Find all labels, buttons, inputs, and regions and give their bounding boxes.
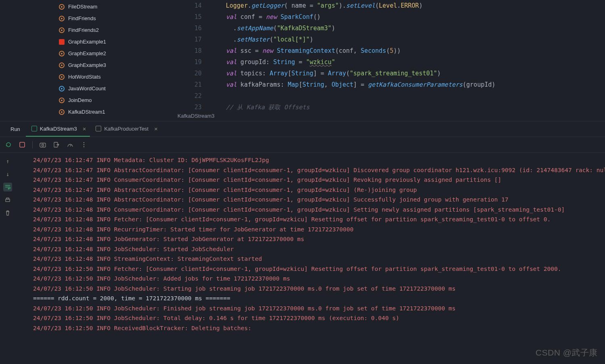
run-tab-label: KafkaProducerTest bbox=[104, 126, 148, 132]
code-line[interactable]: .setMaster("local[*]") bbox=[210, 34, 605, 45]
stop-button[interactable] bbox=[19, 141, 26, 148]
svg-rect-7 bbox=[6, 199, 10, 202]
tree-item-label: HotWordStats bbox=[68, 74, 101, 80]
more-icon[interactable] bbox=[80, 141, 88, 148]
trash-icon[interactable] bbox=[3, 208, 12, 217]
run-tool-window: Run KafkaDStream3×KafkaProducerTest× ↑ ↓… bbox=[0, 121, 605, 354]
line-number: 14 bbox=[169, 0, 202, 11]
console-body: ↑ ↓ 24/07/23 16:12:47 INFO Metadata: Clu… bbox=[0, 153, 605, 354]
tree-item-label: FindFriends bbox=[68, 15, 96, 21]
code-editor[interactable]: 14151617181920212223 Logger.getLogger( n… bbox=[169, 0, 605, 121]
object-icon bbox=[58, 121, 65, 121]
line-number: 15 bbox=[169, 11, 202, 23]
tree-item-graphexample1[interactable]: GraphExample1 bbox=[16, 36, 169, 48]
log-line[interactable]: 24/07/23 16:12:47 INFO Metadata: Cluster… bbox=[17, 155, 603, 165]
log-line[interactable]: ====== rdd.count = 2000, time = 17217223… bbox=[17, 293, 603, 304]
object-icon bbox=[58, 109, 65, 115]
svg-rect-8 bbox=[6, 198, 9, 199]
code-line[interactable]: val ssc = new StreamingContext(conf, Sec… bbox=[210, 45, 605, 56]
exit-icon[interactable] bbox=[53, 141, 60, 148]
scala-icon bbox=[58, 39, 65, 45]
log-line[interactable]: 24/07/23 16:12:48 INFO StreamingContext:… bbox=[17, 254, 603, 264]
up-arrow-icon[interactable]: ↑ bbox=[3, 157, 12, 166]
code-line[interactable]: val kafkaParams: Map[String, Object] = g… bbox=[210, 79, 605, 90]
class-icon bbox=[58, 85, 65, 92]
log-line[interactable]: 24/07/23 16:12:47 INFO AbstractCoordinat… bbox=[17, 165, 603, 175]
tree-item-label: JavaWordCount bbox=[68, 85, 106, 92]
gauge-icon[interactable] bbox=[67, 141, 74, 148]
tree-item-findfriends2[interactable]: FindFriends2 bbox=[16, 24, 169, 36]
soft-wrap-icon[interactable] bbox=[3, 183, 12, 191]
tree-item-kafkadstream1[interactable]: KafkaDStream1 bbox=[16, 106, 169, 118]
tree-item-findfriends[interactable]: FindFriends bbox=[16, 12, 169, 24]
code-line[interactable]: val conf = new SparkConf() bbox=[210, 11, 605, 23]
line-number: 22 bbox=[169, 90, 202, 102]
code-line[interactable]: val topics: Array[String] = Array("spark… bbox=[210, 68, 605, 79]
log-line[interactable]: 24/07/23 16:12:48 INFO ConsumerCoordinat… bbox=[17, 205, 603, 215]
down-arrow-icon[interactable]: ↓ bbox=[3, 170, 12, 179]
run-tab-label: KafkaDStream3 bbox=[40, 126, 77, 132]
object-icon bbox=[58, 50, 65, 57]
run-title: Run bbox=[5, 126, 26, 132]
tree-item-label: GraphExample3 bbox=[68, 62, 106, 68]
tree-item-label: KafkaDStream1 bbox=[68, 109, 105, 115]
tree-item-filedstream[interactable]: FileDStream bbox=[16, 1, 169, 12]
code-line[interactable]: val groupId: String = "wzkicu" bbox=[210, 56, 605, 68]
run-tab-kafkaproducertest[interactable]: KafkaProducerTest× bbox=[90, 122, 162, 137]
svg-point-2 bbox=[42, 144, 44, 146]
log-line[interactable]: 24/07/23 16:12:50 INFO JobScheduler: Tot… bbox=[17, 313, 603, 323]
log-line[interactable]: 24/07/23 16:12:47 INFO ConsumerCoordinat… bbox=[17, 175, 603, 185]
line-number: 21 bbox=[169, 79, 202, 90]
line-number: 19 bbox=[169, 56, 202, 68]
tree-item-hotwordstats[interactable]: HotWordStats bbox=[16, 71, 169, 83]
tree-item-javawordcount[interactable]: JavaWordCount bbox=[16, 83, 169, 94]
object-icon bbox=[58, 97, 65, 104]
tree-item-joindemo[interactable]: JoinDemo bbox=[16, 94, 169, 106]
log-line[interactable]: 24/07/23 16:12:48 INFO JobGenerator: Sta… bbox=[17, 234, 603, 244]
console-output[interactable]: 24/07/23 16:12:47 INFO Metadata: Cluster… bbox=[15, 153, 605, 354]
code-content[interactable]: Logger.getLogger( name = "args").setLeve… bbox=[210, 0, 605, 121]
tree-item-kafkadstream2[interactable]: KafkaDStream2 bbox=[16, 118, 169, 121]
run-config-icon bbox=[96, 126, 101, 131]
log-line[interactable]: 24/07/23 16:12:50 INFO JobScheduler: Sta… bbox=[17, 284, 603, 294]
log-line[interactable]: 24/07/23 16:12:47 INFO AbstractCoordinat… bbox=[17, 185, 603, 195]
code-line[interactable] bbox=[210, 90, 605, 102]
print-icon[interactable] bbox=[3, 196, 12, 204]
tree-item-graphexample2[interactable]: GraphExample2 bbox=[16, 48, 169, 59]
code-line[interactable]: Logger.getLogger( name = "args").setLeve… bbox=[210, 0, 605, 11]
svg-rect-0 bbox=[20, 142, 25, 147]
log-line[interactable]: 24/07/23 16:12:50 INFO JobScheduler: Fin… bbox=[17, 304, 603, 314]
run-tab-kafkadstream3[interactable]: KafkaDStream3× bbox=[26, 122, 90, 137]
log-line[interactable]: 24/07/23 16:12:50 INFO Fetcher: [Consume… bbox=[17, 264, 603, 274]
log-line[interactable]: 24/07/23 16:12:50 INFO ReceivedBlockTrac… bbox=[17, 323, 603, 333]
close-icon[interactable]: × bbox=[152, 125, 160, 132]
object-icon bbox=[58, 15, 65, 22]
watermark: CSDN @武子康 bbox=[536, 347, 598, 358]
run-config-icon bbox=[31, 126, 37, 131]
tree-item-label: GraphExample2 bbox=[68, 50, 106, 56]
log-line[interactable]: 24/07/23 16:12:48 INFO AbstractCoordinat… bbox=[17, 195, 603, 205]
log-line[interactable]: 24/07/23 16:12:50 INFO JobScheduler: Add… bbox=[17, 274, 603, 284]
close-icon[interactable]: × bbox=[80, 125, 89, 132]
code-line[interactable]: .setAppName("KafkaDStream3") bbox=[210, 23, 605, 34]
breadcrumb[interactable]: KafkaDStream3 bbox=[177, 113, 215, 119]
editor-pane: FileDStreamFindFriendsFindFriends2GraphE… bbox=[0, 0, 605, 121]
tree-item-label: GraphExample1 bbox=[68, 39, 106, 45]
line-number: 18 bbox=[169, 45, 202, 56]
run-toolbar bbox=[0, 137, 605, 153]
object-icon bbox=[58, 62, 65, 69]
line-gutter: 14151617181920212223 bbox=[169, 0, 210, 121]
rerun-button[interactable] bbox=[5, 141, 12, 148]
log-line[interactable]: 24/07/23 16:12:48 INFO Fetcher: [Consume… bbox=[17, 214, 603, 225]
tree-item-graphexample3[interactable]: GraphExample3 bbox=[16, 59, 169, 71]
code-line[interactable]: // 从 Kafka 获取 Offsets bbox=[210, 102, 605, 113]
svg-point-6 bbox=[83, 146, 85, 148]
project-tree[interactable]: FileDStreamFindFriendsFindFriends2GraphE… bbox=[0, 0, 169, 121]
line-number: 23 bbox=[169, 102, 202, 113]
svg-point-4 bbox=[83, 142, 85, 144]
camera-icon[interactable] bbox=[39, 141, 46, 148]
line-number: 20 bbox=[169, 68, 202, 79]
log-line[interactable]: 24/07/23 16:12:48 INFO RecurringTimer: S… bbox=[17, 225, 603, 235]
run-tabs-bar: Run KafkaDStream3×KafkaProducerTest× bbox=[0, 121, 605, 137]
log-line[interactable]: 24/07/23 16:12:48 INFO JobScheduler: Sta… bbox=[17, 244, 603, 254]
